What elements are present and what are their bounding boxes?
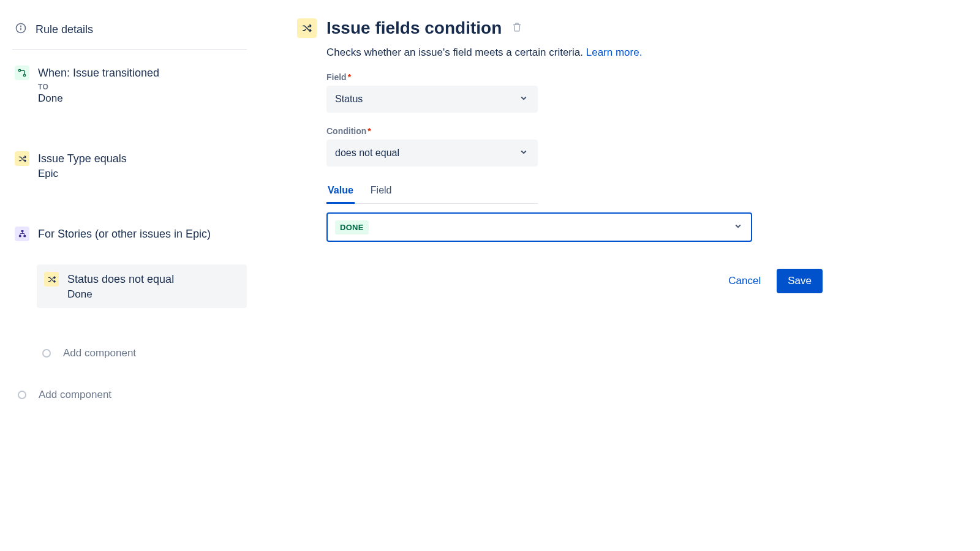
value-select[interactable]: DONE [326, 212, 752, 242]
svg-rect-5 [21, 230, 23, 232]
add-component-inner[interactable]: Add component [37, 345, 247, 362]
page-description: Checks whether an issue's field meets a … [326, 47, 900, 59]
rule-sidebar: Rule details When: Issue transitioned TO… [0, 0, 254, 551]
svg-rect-7 [23, 235, 26, 237]
value-field-tabs: Value Field [326, 180, 538, 204]
condition-label: Condition* [326, 126, 900, 136]
condition-select[interactable]: does not equal [326, 140, 538, 167]
shuffle-icon [44, 272, 59, 287]
trash-icon[interactable] [511, 21, 522, 35]
desc-text: Checks whether an issue's field meets a … [326, 47, 586, 58]
add-component-outer-label: Add component [39, 389, 111, 401]
trigger-subvalue: Done [38, 92, 244, 105]
shuffle-icon [15, 151, 29, 166]
cond1-title: Issue Type equals [38, 152, 244, 166]
plus-circle-icon [42, 349, 51, 358]
rule-details-title: Rule details [36, 23, 93, 36]
add-component-inner-label: Add component [63, 347, 136, 359]
rule-timeline: When: Issue transitioned TO Done Issue T… [12, 61, 247, 403]
form-actions: Cancel Save [297, 269, 823, 293]
learn-more-link[interactable]: Learn more. [586, 47, 643, 58]
info-icon [15, 22, 27, 37]
svg-point-4 [23, 74, 25, 76]
hierarchy-icon [15, 227, 29, 241]
svg-point-2 [21, 26, 21, 26]
status-lozenge: DONE [335, 220, 369, 234]
field-label: Field* [326, 72, 900, 82]
chevron-down-icon [733, 220, 744, 234]
rule-details-header[interactable]: Rule details [12, 18, 247, 50]
cond1-subvalue: Epic [38, 168, 244, 180]
tab-value[interactable]: Value [326, 180, 355, 204]
svg-rect-6 [18, 235, 21, 237]
chevron-down-icon [518, 146, 529, 160]
field-value: Status [335, 94, 363, 105]
trigger-sublabel: TO [38, 83, 244, 91]
save-button[interactable]: Save [777, 269, 823, 293]
branch-title: For Stories (or other issues in Epic) [38, 227, 244, 241]
cancel-button[interactable]: Cancel [720, 269, 769, 293]
cond2-title: Status does not equal [67, 272, 239, 287]
condition-node-1[interactable]: Issue Type equals Epic [12, 146, 247, 184]
branch-commit-icon [15, 66, 29, 80]
condition-node-2[interactable]: Status does not equal Done [37, 264, 247, 307]
cond2-subvalue: Done [67, 288, 239, 301]
add-component-outer[interactable]: Add component [12, 386, 247, 403]
trigger-title: When: Issue transitioned [38, 66, 244, 80]
plus-circle-icon [18, 391, 26, 399]
field-select[interactable]: Status [326, 86, 538, 113]
chevron-down-icon [518, 92, 529, 106]
svg-point-3 [18, 69, 20, 71]
condition-value: does not equal [335, 148, 399, 159]
shuffle-icon [297, 18, 317, 38]
branch-node[interactable]: For Stories (or other issues in Epic) [12, 222, 247, 246]
trigger-node[interactable]: When: Issue transitioned TO Done [12, 61, 247, 110]
page-header: Issue fields condition [297, 18, 900, 38]
main-panel: Issue fields condition Checks whether an… [254, 0, 980, 551]
tab-field[interactable]: Field [369, 180, 393, 203]
branch-children: Status does not equal Done Add component [37, 264, 247, 361]
page-title: Issue fields condition [326, 18, 502, 38]
